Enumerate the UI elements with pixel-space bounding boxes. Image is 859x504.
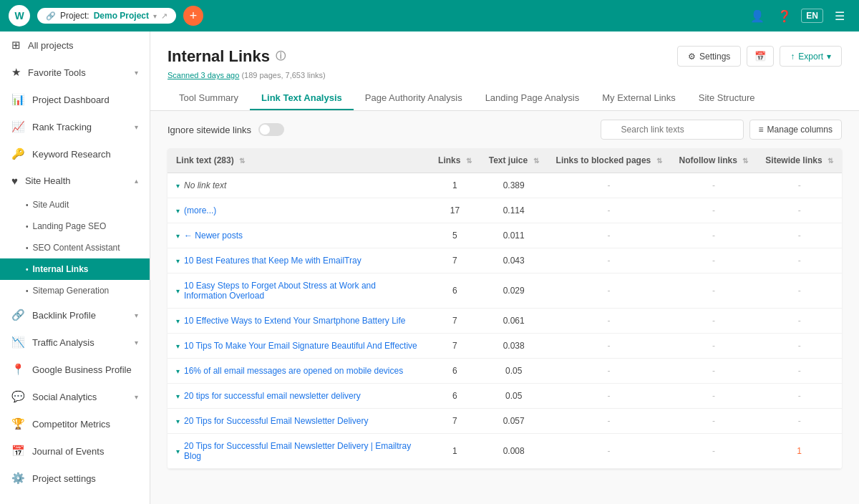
settings-button[interactable]: ⚙ Settings <box>677 46 741 67</box>
sitewide-cell: - <box>757 173 842 198</box>
col-text-juice[interactable]: Text juice ⇅ <box>480 148 548 173</box>
export-button[interactable]: ↑ Export ▾ <box>780 46 842 67</box>
col-nofollow[interactable]: Nofollow links ⇅ <box>671 148 757 173</box>
tab-page-authority-analysis[interactable]: Page Authority Analysis <box>354 87 474 110</box>
sidebar-item-project-settings[interactable]: ⚙️ Project settings <box>0 465 150 492</box>
sort-icon: ⇅ <box>656 157 662 165</box>
project-selector[interactable]: 🔗 Project: Demo Project ▾ ↗ <box>37 8 176 24</box>
expand-icon[interactable]: ▾ <box>176 392 180 400</box>
nofollow-value: - <box>671 409 757 434</box>
info-icon[interactable]: ⓘ <box>276 50 286 63</box>
user-icon[interactable]: 👤 <box>747 5 768 26</box>
col-links[interactable]: Links ⇅ <box>430 148 480 173</box>
expand-icon[interactable]: ▾ <box>176 317 180 325</box>
search-input[interactable] <box>601 120 744 140</box>
ignore-sitewide-toggle[interactable] <box>258 123 284 136</box>
sidebar-item-all-projects[interactable]: ⊞ All projects <box>0 32 150 59</box>
col-sitewide[interactable]: Sitewide links ⇅ <box>757 148 842 173</box>
blocked-value: - <box>548 334 671 359</box>
expand-icon[interactable]: ▾ <box>176 367 180 375</box>
expand-icon[interactable]: ▾ <box>176 342 180 350</box>
sort-icon: ⇅ <box>239 157 245 165</box>
links-count: 17 <box>430 198 480 223</box>
bullet-icon: • <box>26 244 29 252</box>
expand-icon[interactable]: ▾ <box>176 182 180 190</box>
tab-landing-page-analysis[interactable]: Landing Page Analysis <box>474 87 591 110</box>
link-text-value[interactable]: 10 Tips To Make Your Email Signature Bea… <box>184 341 417 351</box>
table-row: ▾ 10 Tips To Make Your Email Signature B… <box>168 334 842 359</box>
toolbar-left: Ignore sitewide links <box>168 123 284 136</box>
sidebar-item-label: Rank Tracking <box>32 122 127 132</box>
manage-columns-button[interactable]: ≡ Manage columns <box>749 120 842 140</box>
expand-icon[interactable]: ▾ <box>176 257 180 265</box>
menu-icon[interactable]: ☰ <box>829 5 850 26</box>
sidebar-item-google-business[interactable]: 📍 Google Business Profile <box>0 356 150 383</box>
blocked-value: - <box>548 248 671 273</box>
toolbar-right: 🔍 ≡ Manage columns <box>601 120 842 140</box>
expand-icon[interactable]: ▾ <box>176 417 180 425</box>
sidebar-item-label: Google Business Profile <box>32 364 138 375</box>
nofollow-value: - <box>671 384 757 409</box>
main-layout: ⊞ All projects ★ Favorite Tools ▾ 📊 Proj… <box>0 32 859 504</box>
sidebar-item-traffic-analysis[interactable]: 📉 Traffic Analysis ▾ <box>0 329 150 356</box>
sidebar-item-keyword-research[interactable]: 🔑 Keyword Research <box>0 140 150 168</box>
links-count: 6 <box>430 273 480 309</box>
blocked-value: - <box>548 359 671 384</box>
link-text-value[interactable]: 20 tips for successful email newsletter … <box>184 391 361 401</box>
blocked-value: - <box>548 198 671 223</box>
sidebar-item-sitemap-generation[interactable]: • Sitemap Generation <box>0 280 150 301</box>
sort-icon: ⇅ <box>533 157 539 165</box>
sidebar-item-project-dashboard[interactable]: 📊 Project Dashboard <box>0 86 150 113</box>
sitewide-value[interactable]: 1 <box>797 446 802 456</box>
nofollow-value: - <box>671 273 757 309</box>
tab-my-external-links[interactable]: My External Links <box>591 87 687 110</box>
link-text-value[interactable]: 20 Tips for Successful Email Newsletter … <box>184 416 368 426</box>
sitewide-cell: - <box>757 198 842 223</box>
sidebar-item-competitor-metrics[interactable]: 🏆 Competitor Metrics <box>0 410 150 437</box>
sidebar-item-social-analytics[interactable]: 💬 Social Analytics ▾ <box>0 383 150 410</box>
tab-link-text-analysis[interactable]: Link Text Analysis <box>250 87 354 110</box>
expand-icon[interactable]: ▾ <box>176 287 180 295</box>
link-text-value[interactable]: No link text <box>184 180 226 190</box>
tab-tool-summary[interactable]: Tool Summary <box>168 87 250 110</box>
link-text-value[interactable]: 16% of all email messages are opened on … <box>184 366 403 376</box>
sidebar-item-seo-content-assistant[interactable]: • SEO Content Assistant <box>0 237 150 258</box>
col-link-text[interactable]: Link text (283) ⇅ <box>168 148 430 173</box>
text-juice-value: 0.057 <box>480 409 548 434</box>
sidebar-item-label: Competitor Metrics <box>32 419 138 430</box>
link-text-cell: ▾ 10 Easy Steps to Forget About Stress a… <box>168 273 430 309</box>
calendar-button[interactable]: 📅 <box>747 46 774 67</box>
expand-icon[interactable]: ▾ <box>176 447 180 455</box>
sidebar-item-site-health[interactable]: ♥ Site Health ▴ <box>0 168 150 194</box>
expand-icon[interactable]: ▾ <box>176 232 180 240</box>
sidebar-item-favorite-tools[interactable]: ★ Favorite Tools ▾ <box>0 59 150 86</box>
language-selector[interactable]: EN <box>801 9 823 23</box>
link-text-value[interactable]: 20 Tips for Successful Email Newsletter … <box>184 441 421 461</box>
link-text-value[interactable]: (more...) <box>184 205 216 215</box>
sitewide-value: - <box>798 205 801 215</box>
link-text-cell: ▾ ← Newer posts <box>168 223 430 248</box>
table-row: ▾ 10 Best Features that Keep Me with Ema… <box>168 248 842 273</box>
expand-icon[interactable]: ▾ <box>176 207 180 215</box>
sort-icon: ⇅ <box>742 157 748 165</box>
sidebar-item-journal-events[interactable]: 📅 Journal of Events <box>0 437 150 465</box>
link-text-value[interactable]: ← Newer posts <box>184 231 243 241</box>
link-text-value[interactable]: 10 Effective Ways to Extend Your Smartph… <box>184 316 406 326</box>
sidebar-item-backlink-profile[interactable]: 🔗 Backlink Profile ▾ <box>0 301 150 329</box>
sidebar-item-rank-tracking[interactable]: 📈 Rank Tracking ▾ <box>0 113 150 140</box>
nofollow-value: - <box>671 173 757 198</box>
project-label: Project: <box>60 11 89 21</box>
sidebar-item-internal-links[interactable]: • Internal Links <box>0 258 150 280</box>
tab-site-structure[interactable]: Site Structure <box>687 87 767 110</box>
link-text-cell: ▾ 20 Tips for Successful Email Newslette… <box>168 434 430 469</box>
sidebar-item-site-audit[interactable]: • Site Audit <box>0 194 150 215</box>
links-count: 7 <box>430 248 480 273</box>
link-text-value[interactable]: 10 Best Features that Keep Me with Email… <box>184 256 361 266</box>
add-project-button[interactable]: + <box>183 6 203 26</box>
col-links-blocked[interactable]: Links to blocked pages ⇅ <box>548 148 671 173</box>
links-count: 1 <box>430 434 480 469</box>
scan-date-link[interactable]: Scanned 3 days ago <box>168 71 239 79</box>
link-text-value[interactable]: 10 Easy Steps to Forget About Stress at … <box>184 281 421 301</box>
sidebar-item-landing-page-seo[interactable]: • Landing Page SEO <box>0 215 150 237</box>
help-icon[interactable]: ❓ <box>774 5 795 26</box>
